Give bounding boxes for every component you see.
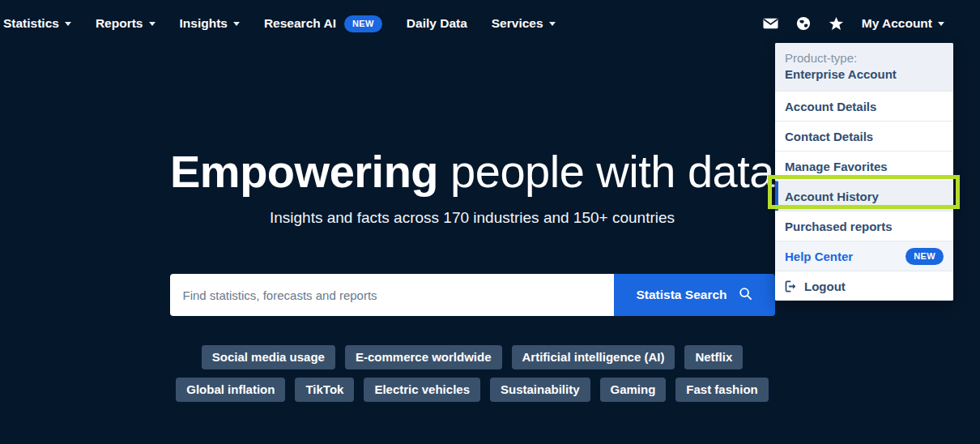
globe-icon[interactable] bbox=[796, 16, 811, 31]
search-bar: Statista Search bbox=[170, 274, 775, 316]
logout-icon bbox=[785, 280, 797, 292]
nav-item-research-ai[interactable]: Research AI NEW bbox=[264, 15, 382, 32]
my-account-menu: Product-type: Enterprise Account Account… bbox=[775, 43, 953, 301]
menu-item-help-center[interactable]: Help Center NEW bbox=[775, 241, 953, 271]
my-account-label: My Account bbox=[862, 16, 932, 31]
chevron-down-icon bbox=[65, 22, 71, 26]
nav-item-services[interactable]: Services bbox=[492, 16, 556, 31]
topic-chip-electric-vehicles[interactable]: Electric vehicles bbox=[364, 378, 480, 402]
menu-item-account-details[interactable]: Account Details bbox=[775, 91, 953, 121]
statista-search-button[interactable]: Statista Search bbox=[614, 274, 775, 316]
topics-row-2: Global inflation TikTok Electric vehicle… bbox=[0, 378, 944, 402]
topic-chip-gaming[interactable]: Gaming bbox=[600, 378, 667, 402]
topic-chip-sustainability[interactable]: Sustainability bbox=[490, 378, 590, 402]
nav-item-daily-data[interactable]: Daily Data bbox=[407, 16, 467, 31]
search-button-label: Statista Search bbox=[637, 288, 727, 302]
topic-chip-fast-fashion[interactable]: Fast fashion bbox=[675, 378, 768, 402]
chevron-down-icon bbox=[938, 22, 944, 26]
topic-chip-global-inflation[interactable]: Global inflation bbox=[176, 378, 285, 402]
search-icon bbox=[739, 287, 752, 304]
nav-item-label: Research AI bbox=[264, 16, 336, 31]
topic-chip-social-media-usage[interactable]: Social media usage bbox=[202, 345, 335, 369]
new-badge: NEW bbox=[344, 15, 382, 32]
new-badge: NEW bbox=[905, 248, 944, 265]
nav-item-label: Statistics bbox=[3, 16, 59, 31]
search-input[interactable] bbox=[170, 274, 614, 316]
mail-icon[interactable] bbox=[763, 18, 778, 29]
page-title-bold: Empowering bbox=[170, 146, 438, 197]
chevron-down-icon bbox=[149, 22, 156, 26]
topic-chip-netflix[interactable]: Netflix bbox=[684, 345, 743, 369]
nav-item-reports[interactable]: Reports bbox=[96, 16, 156, 31]
menu-item-purchased-reports[interactable]: Purchased reports bbox=[775, 211, 953, 241]
page-title-rest: people with data bbox=[438, 146, 774, 197]
topics-row-1: Social media usage E-commerce worldwide … bbox=[0, 345, 944, 369]
top-nav: Statistics Reports Insights Research AI … bbox=[0, 0, 980, 47]
help-center-label: Help Center bbox=[785, 250, 853, 263]
chevron-down-icon bbox=[233, 22, 240, 26]
menu-item-logout[interactable]: Logout bbox=[775, 271, 953, 301]
nav-item-label: Insights bbox=[180, 16, 228, 31]
product-type-value: Enterprise Account bbox=[785, 66, 944, 83]
nav-item-statistics[interactable]: Statistics bbox=[3, 16, 71, 31]
nav-item-label: Reports bbox=[96, 16, 143, 31]
nav-item-label: Daily Data bbox=[407, 16, 467, 31]
logout-label: Logout bbox=[804, 280, 846, 293]
nav-item-insights[interactable]: Insights bbox=[180, 16, 240, 31]
menu-item-account-history[interactable]: Account History bbox=[775, 181, 953, 211]
nav-primary: Statistics Reports Insights Research AI … bbox=[3, 15, 556, 32]
nav-utilities: My Account bbox=[763, 16, 944, 32]
topic-chip-tiktok[interactable]: TikTok bbox=[295, 378, 354, 402]
star-icon[interactable] bbox=[829, 16, 844, 32]
chevron-down-icon bbox=[549, 22, 556, 26]
menu-item-manage-favorites[interactable]: Manage Favorites bbox=[775, 151, 953, 181]
my-account-button[interactable]: My Account bbox=[862, 16, 944, 31]
product-type-section: Product-type: Enterprise Account bbox=[775, 43, 953, 91]
menu-item-contact-details[interactable]: Contact Details bbox=[775, 121, 953, 151]
product-type-label: Product-type: bbox=[785, 50, 944, 66]
suggested-topics: Social media usage E-commerce worldwide … bbox=[0, 345, 944, 402]
topic-chip-ecommerce-worldwide[interactable]: E-commerce worldwide bbox=[345, 345, 502, 369]
nav-item-label: Services bbox=[492, 16, 543, 31]
topic-chip-artificial-intelligence[interactable]: Artificial intelligence (AI) bbox=[512, 345, 675, 369]
